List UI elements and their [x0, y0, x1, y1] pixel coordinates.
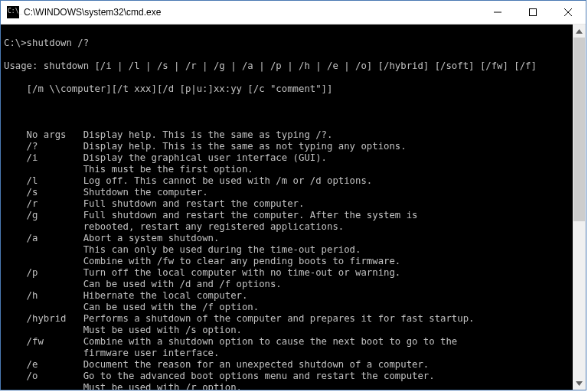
option-desc: Go to the advanced boot options menu and…	[83, 371, 435, 381]
option-desc: Turn off the local computer with no time…	[83, 267, 401, 278]
help-line: rebooted, restart any registered applica…	[4, 221, 583, 233]
help-line: /r Full shutdown and restart the compute…	[4, 198, 583, 210]
option-desc: Full shutdown and restart the computer.	[83, 198, 305, 209]
scrollbar-track[interactable]	[573, 38, 586, 377]
option-desc: Performs a shutdown of the computer and …	[83, 313, 475, 324]
option-key	[4, 302, 83, 313]
option-key: /h	[4, 290, 83, 302]
option-desc: Display help. This is the same as not ty…	[83, 141, 407, 152]
option-desc: Display help. This is the same as typing…	[83, 129, 333, 140]
cmd-icon	[7, 6, 19, 18]
option-desc: Document the reason for an unexpected sh…	[83, 359, 430, 370]
option-key	[4, 221, 83, 233]
terminal-output[interactable]: C:\>shutdown /? Usage: shutdown [/i | /l…	[1, 24, 586, 390]
scroll-down-button[interactable]	[573, 377, 586, 390]
help-line: No args Display help. This is the same a…	[4, 129, 583, 141]
scroll-up-button[interactable]	[573, 24, 586, 38]
prompt-line: C:\>shutdown /?	[4, 38, 583, 49]
option-desc: Can be used with /d and /f options.	[83, 279, 282, 289]
close-button[interactable]	[550, 1, 586, 24]
help-line: /e Document the reason for an unexpected…	[4, 359, 583, 371]
option-desc: Must be used with /s option.	[83, 325, 242, 335]
option-desc: Combine with /fw to clear any pending bo…	[83, 256, 401, 266]
option-key: No args	[4, 129, 83, 141]
option-key: /p	[4, 267, 83, 279]
blank-line	[4, 106, 583, 118]
vertical-scrollbar[interactable]	[573, 24, 586, 390]
option-desc: firmware user interface.	[83, 348, 220, 358]
help-line: Can be used with /d and /f options.	[4, 279, 583, 290]
option-desc: Display the graphical user interface (GU…	[83, 152, 327, 163]
option-desc: rebooted, restart any registered applica…	[83, 221, 345, 232]
help-line: Combine with /fw to clear any pending bo…	[4, 256, 583, 267]
help-line: /fw Combine with a shutdown option to ca…	[4, 336, 583, 348]
option-key: /hybrid	[4, 313, 83, 325]
help-line: firmware user interface.	[4, 348, 583, 359]
option-key: /?	[4, 141, 83, 152]
option-key	[4, 164, 83, 175]
minimize-button[interactable]	[480, 1, 515, 24]
option-key	[4, 382, 83, 390]
option-desc: Can be used with the /f option.	[83, 302, 260, 312]
help-line: Must be used with /r option.	[4, 382, 583, 390]
option-key: /i	[4, 152, 83, 164]
option-desc: This can only be used during the time-ou…	[83, 244, 361, 255]
help-line: /s Shutdown the computer.	[4, 187, 583, 198]
help-line: Can be used with the /f option.	[4, 302, 583, 313]
scrollbar-thumb[interactable]	[573, 38, 585, 221]
option-key: /g	[4, 210, 83, 221]
option-desc: This must be the first option.	[83, 164, 253, 175]
svg-marker-5	[576, 381, 583, 386]
option-key	[4, 256, 83, 267]
maximize-button[interactable]	[515, 1, 550, 24]
window-title: C:\WINDOWS\system32\cmd.exe	[24, 7, 480, 18]
help-line: /l Log off. This cannot be used with /m …	[4, 175, 583, 187]
option-key: /l	[4, 175, 83, 187]
option-desc: Must be used with /r option.	[83, 382, 242, 390]
help-line: /g Full shutdown and restart the compute…	[4, 210, 583, 221]
help-line: /hybrid Performs a shutdown of the compu…	[4, 313, 583, 325]
usage-line: [/m \\computer][/t xxx][/d [p|u:]xx:yy […	[4, 83, 583, 95]
usage-line: Usage: shutdown [/i | /l | /s | /r | /g …	[4, 60, 583, 72]
option-key: /fw	[4, 336, 83, 348]
help-line: This must be the first option.	[4, 164, 583, 175]
option-key	[4, 325, 83, 336]
help-line: This can only be used during the time-ou…	[4, 244, 583, 256]
titlebar[interactable]: C:\WINDOWS\system32\cmd.exe	[1, 1, 586, 24]
option-desc: Hibernate the local computer.	[83, 290, 248, 301]
option-key: /e	[4, 359, 83, 371]
help-line: /h Hibernate the local computer.	[4, 290, 583, 302]
option-key	[4, 348, 83, 359]
cmd-window: C:\WINDOWS\system32\cmd.exe C:\>shutdown…	[0, 0, 586, 390]
option-desc: Shutdown the computer.	[83, 187, 208, 198]
option-key: /r	[4, 198, 83, 210]
help-line: /o Go to the advanced boot options menu …	[4, 371, 583, 382]
option-desc: Full shutdown and restart the computer. …	[83, 210, 418, 220]
option-desc: Abort a system shutdown.	[83, 233, 220, 243]
svg-rect-1	[530, 9, 537, 16]
help-line: Must be used with /s option.	[4, 325, 583, 336]
svg-marker-4	[576, 29, 583, 34]
option-desc: Combine with a shutdown option to cause …	[83, 336, 458, 347]
help-line: /? Display help. This is the same as not…	[4, 141, 583, 152]
help-line: /a Abort a system shutdown.	[4, 233, 583, 244]
help-line: /p Turn off the local computer with no t…	[4, 267, 583, 279]
option-key	[4, 244, 83, 256]
option-desc: Log off. This cannot be used with /m or …	[83, 175, 373, 186]
option-key	[4, 279, 83, 290]
option-key: /o	[4, 371, 83, 382]
option-key: /s	[4, 187, 83, 198]
option-key: /a	[4, 233, 83, 244]
help-line: /i Display the graphical user interface …	[4, 152, 583, 164]
